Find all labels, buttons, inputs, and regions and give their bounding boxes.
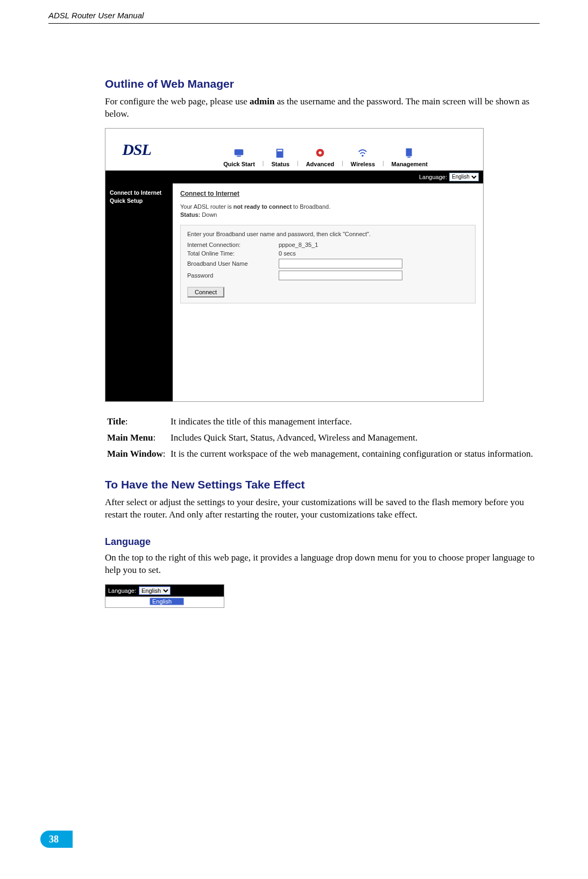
- username-input[interactable]: [279, 259, 402, 268]
- svg-rect-3: [278, 150, 282, 151]
- quick-start-icon: [233, 147, 245, 159]
- svg-rect-8: [408, 157, 411, 158]
- router-sidebar: Connect to Internet Quick Setup: [105, 183, 173, 401]
- intro-bold: admin: [250, 96, 274, 107]
- logo-area: DSL: [105, 129, 168, 171]
- svg-rect-1: [237, 155, 241, 157]
- status-label: Status:: [180, 211, 200, 218]
- nav-wireless[interactable]: Wireless: [343, 147, 382, 167]
- panel-status-text: Your ADSL router is not ready to connect…: [180, 203, 476, 219]
- definitions-table: Title: It indicates the title of this ma…: [105, 414, 540, 462]
- online-time-value: 0 secs: [279, 250, 296, 257]
- nav-wireless-label: Wireless: [351, 161, 375, 167]
- intro-paragraph: For configure the web page, please use a…: [105, 96, 540, 120]
- internet-conn-value: pppoe_8_35_1: [279, 242, 318, 248]
- password-input[interactable]: [279, 271, 402, 280]
- colon: :: [153, 433, 155, 443]
- lang-dropdown-label: Language:: [108, 587, 136, 594]
- language-label: Language:: [419, 174, 447, 180]
- colon: :: [163, 449, 166, 459]
- username-label: Broadband User Name: [187, 260, 279, 267]
- password-label: Password: [187, 272, 279, 279]
- table-row: Main Menu: Includes Quick Start, Status,…: [105, 430, 540, 446]
- connect-button[interactable]: Connect: [187, 287, 224, 297]
- main-nav: Quick Start | Status | Advanced |: [168, 129, 483, 171]
- internet-conn-label: Internet Connection:: [187, 242, 279, 248]
- section-heading-language: Language: [105, 536, 540, 548]
- router-screenshot: DSL Quick Start | Status |: [105, 128, 484, 402]
- online-time-label: Total Online Time:: [187, 250, 279, 257]
- status-value: Down: [202, 211, 217, 218]
- nav-management[interactable]: Management: [384, 147, 435, 167]
- panel-msg-suffix: to Broadband.: [292, 203, 330, 210]
- def-menu-term: Main Menu: [107, 433, 153, 443]
- page-header: ADSL Router User Manual: [48, 0, 540, 24]
- config-instruction: Enter your Broadband user name and passw…: [187, 231, 469, 237]
- sidebar-link-quicksetup[interactable]: Quick Setup: [110, 197, 168, 205]
- svg-rect-7: [406, 148, 412, 157]
- panel-msg-prefix: Your ADSL router is: [180, 203, 233, 210]
- lang-dropdown-option-highlighted[interactable]: English: [150, 598, 184, 605]
- router-main-panel: Connect to Internet Your ADSL router is …: [173, 183, 483, 401]
- def-window-desc: It is the current workspace of the web m…: [168, 446, 540, 462]
- def-title-desc: It indicates the title of this managemen…: [168, 414, 540, 430]
- colon: :: [125, 416, 128, 427]
- page-number: 38: [49, 834, 59, 845]
- nav-quick-start[interactable]: Quick Start: [216, 147, 263, 167]
- nav-quick-start-label: Quick Start: [223, 161, 255, 167]
- def-window-term: Main Window: [107, 449, 163, 459]
- language-body: On the top to the right of this web page…: [105, 552, 540, 577]
- table-row: Title: It indicates the title of this ma…: [105, 414, 540, 430]
- wireless-icon: [357, 147, 369, 159]
- nav-advanced[interactable]: Advanced: [299, 147, 342, 167]
- panel-msg-bold: not ready to connect: [233, 203, 292, 210]
- lang-dropdown-select[interactable]: English: [139, 586, 171, 595]
- page-number-badge: 38: [40, 831, 102, 848]
- language-dropdown-screenshot: Language: English English: [105, 584, 224, 608]
- config-box: Enter your Broadband user name and passw…: [180, 225, 476, 303]
- nav-status[interactable]: Status: [264, 147, 297, 167]
- svg-point-5: [318, 151, 322, 154]
- dsl-logo: DSL: [122, 140, 151, 159]
- svg-point-6: [362, 155, 364, 157]
- panel-title: Connect to Internet: [180, 190, 476, 197]
- intro-prefix: For configure the web page, please use: [105, 96, 250, 107]
- language-bar: Language: English: [105, 171, 483, 183]
- nav-status-label: Status: [271, 161, 289, 167]
- settings-body: After select or adjust the settings to y…: [105, 497, 540, 521]
- table-row: Main Window: It is the current workspace…: [105, 446, 540, 462]
- management-icon: [403, 147, 415, 159]
- nav-management-label: Management: [392, 161, 428, 167]
- language-select[interactable]: English: [449, 173, 479, 181]
- section-heading-settings: To Have the New Settings Take Effect: [105, 478, 540, 491]
- section-heading-outline: Outline of Web Manager: [105, 77, 540, 90]
- nav-advanced-label: Advanced: [306, 161, 335, 167]
- svg-rect-0: [235, 149, 244, 155]
- advanced-icon: [314, 147, 326, 159]
- status-icon: [274, 147, 286, 159]
- sidebar-link-connect[interactable]: Connect to Internet: [110, 189, 168, 197]
- def-title-term: Title: [107, 416, 125, 427]
- def-menu-desc: Includes Quick Start, Status, Advanced, …: [168, 430, 540, 446]
